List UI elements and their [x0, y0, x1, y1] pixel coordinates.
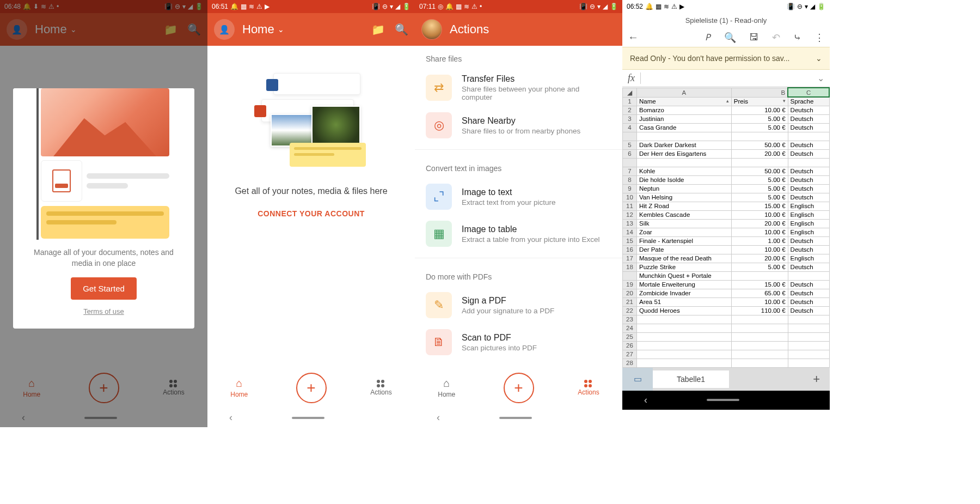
nav-home[interactable]: Home — [230, 377, 248, 398]
clock: 06:51 — [212, 3, 228, 10]
action-image-to-text[interactable]: ⌞⌝ Image to textExtract text from your p… — [415, 178, 622, 215]
status-bar: 06:52 🔔 ▦ ≋ ⚠ ▶ 📳 ⊖ ▾ ◢ 🔋 — [622, 0, 830, 13]
table-row[interactable]: 4Casa Grande5.00 €Deutsch — [623, 123, 830, 132]
avatar[interactable] — [421, 19, 442, 40]
col-header-b[interactable]: B — [731, 88, 788, 97]
clock: 07:11 — [419, 3, 436, 10]
folder-icon[interactable]: 📁 — [371, 23, 385, 36]
action-scan-pdf[interactable]: 🗎 Scan to PDFScan pictures into PDF — [415, 324, 622, 361]
table-row[interactable]: 2Bomarzo10.00 €Deutsch — [623, 106, 830, 114]
find-icon[interactable]: 🔍 — [724, 32, 736, 44]
modal-description: Manage all of your documents, notes and … — [13, 240, 194, 277]
table-row[interactable]: 14Zoar10.00 €Englisch — [623, 228, 830, 236]
filter-icon[interactable]: ▴ — [726, 98, 729, 104]
vibrate-icon: 📳 — [372, 3, 380, 10]
table-row[interactable]: 13Silk20.00 €Englisch — [623, 219, 830, 228]
share-icon[interactable]: ⤷ — [793, 32, 801, 44]
photo-food — [311, 106, 360, 144]
app-bar: 👤 Home⌄ 📁 🔍 — [207, 13, 415, 46]
dnd-icon: ⊖ — [797, 3, 803, 10]
nav-home[interactable]: Home — [438, 377, 455, 398]
sheet-tab-tabelle1[interactable]: Tabelle1 — [653, 371, 729, 388]
table-row[interactable]: 18Puzzle Strike5.00 €Deutsch — [623, 263, 830, 271]
vibrate-icon: 📳 — [787, 3, 795, 10]
col-header-a[interactable]: A — [636, 88, 731, 97]
table-row[interactable]: 25 — [623, 332, 830, 341]
get-started-button[interactable]: Get Started — [71, 277, 137, 300]
back-icon[interactable]: ← — [628, 31, 639, 43]
fab-new[interactable]: + — [504, 373, 534, 403]
table-row[interactable]: Munchkin Quest + Portale — [623, 271, 830, 280]
save-icon[interactable]: 🖫 — [749, 32, 759, 44]
readonly-banner[interactable]: Read Only - You don't have permission to… — [622, 47, 830, 70]
table-row[interactable]: 20Zombicide Invader65.00 €Deutsch — [623, 289, 830, 297]
back-button[interactable]: ‹ — [229, 412, 232, 423]
nav-actions[interactable]: Actions — [578, 380, 599, 396]
table-row[interactable]: 26 — [623, 341, 830, 350]
home-pill[interactable] — [707, 399, 739, 401]
chevron-down-icon[interactable]: ⌄ — [812, 73, 830, 83]
table-row[interactable]: 15Finale - Kartenspiel1.00 €Deutsch — [623, 236, 830, 245]
table-row[interactable]: 17Masque of the read Death20.00 €Englisc… — [623, 254, 830, 263]
table-row[interactable] — [623, 132, 830, 141]
table-row[interactable]: 3Justinian5.00 €Deutsch — [623, 114, 830, 123]
spreadsheet-grid[interactable]: ◢ A B C 1 Name▴ Preis▾ Sprache 2Bomarzo1… — [622, 87, 830, 368]
wifi-icon: ▾ — [597, 3, 601, 10]
plus-icon: + — [307, 379, 315, 397]
table-row[interactable]: 9Neptun5.00 €Deutsch — [623, 184, 830, 193]
table-row[interactable]: 23 — [623, 315, 830, 324]
table-row[interactable]: 5Dark Darker Darkest50.00 €Deutsch — [623, 141, 830, 149]
nav-actions[interactable]: Actions — [370, 380, 391, 396]
col-header-c-selected[interactable]: C — [788, 88, 829, 97]
fx-label: fx — [622, 72, 641, 84]
header-row[interactable]: 1 Name▴ Preis▾ Sprache — [623, 97, 830, 106]
table-row[interactable]: 28 — [623, 359, 830, 367]
table-row[interactable]: 16Der Pate10.00 €Deutsch — [623, 245, 830, 254]
action-share-nearby[interactable]: ◎ Share NearbyShare files to or from nea… — [415, 107, 622, 144]
app-icon: ▦ — [656, 3, 661, 10]
formula-bar[interactable]: fx ⌄ — [622, 70, 830, 87]
back-button[interactable]: ‹ — [437, 412, 440, 423]
table-row[interactable]: 22Quodd Heroes110.00 €Deutsch — [623, 306, 830, 315]
terms-link[interactable]: Terms of use — [13, 307, 194, 315]
undo-icon[interactable]: ↶ — [772, 32, 780, 44]
media-illustration — [252, 73, 371, 171]
filter-icon[interactable]: ▾ — [783, 98, 786, 104]
action-image-to-table[interactable]: ▦ Image to tableExtract a table from you… — [415, 215, 622, 252]
page-title-dropdown[interactable]: Home⌄ — [242, 22, 371, 37]
home-pill[interactable] — [292, 417, 324, 419]
add-sheet-button[interactable]: + — [803, 372, 830, 386]
select-all-corner[interactable]: ◢ — [623, 88, 637, 97]
table-row[interactable]: 19Mortale Erweiterung15.00 €Deutsch — [623, 280, 830, 289]
table-row[interactable]: 27 — [623, 350, 830, 359]
action-sign-pdf[interactable]: ✎ Sign a PDFAdd your signature to a PDF — [415, 287, 622, 324]
home-icon — [236, 377, 242, 390]
table-row[interactable]: 24 — [623, 324, 830, 332]
avatar[interactable]: 👤 — [214, 19, 235, 40]
fab-new[interactable]: + — [296, 373, 327, 403]
back-button[interactable]: ‹ — [644, 394, 647, 406]
table-row[interactable]: 11Hit Z Road15.00 €Englisch — [623, 202, 830, 210]
home-pill[interactable] — [499, 417, 532, 419]
table-row[interactable]: 7Kohle50.00 €Deutsch — [623, 167, 830, 175]
search-icon[interactable]: 🔍 — [395, 23, 408, 36]
person-icon: 👤 — [219, 25, 230, 35]
more-icon[interactable]: ⋮ — [814, 32, 824, 44]
screen-2-home-connect: 06:51 🔔 ▦ ≋ ⚠ ▶ 📳 ⊖ ▾ ◢ 🔋 👤 Home⌄ 📁 🔍 — [207, 0, 415, 427]
wifi-weak-icon: ≋ — [249, 3, 254, 10]
table-row[interactable]: 12Kembles Cascade10.00 €Englisch — [623, 210, 830, 219]
table-row[interactable]: 6Der Herr des Eisgartens20.00 €Deutsch — [623, 149, 830, 158]
home-icon — [443, 377, 450, 390]
get-started-modal: Manage all of your documents, notes and … — [13, 88, 194, 329]
draw-icon[interactable]: 𝘗 — [706, 32, 711, 44]
wifi-icon: ▾ — [390, 3, 393, 10]
table-row[interactable]: 8Die holde Isolde5.00 €Deutsch — [623, 175, 830, 184]
screen-4-excel: 06:52 🔔 ▦ ≋ ⚠ ▶ 📳 ⊖ ▾ ◢ 🔋 Spieleliste (1… — [622, 0, 830, 427]
table-row[interactable]: 21Area 5110.00 €Deutsch — [623, 297, 830, 306]
table-row[interactable] — [623, 158, 830, 167]
table-row[interactable]: 10Van Helsing5.00 €Deutsch — [623, 193, 830, 202]
sheet-view-button[interactable]: ▭ — [622, 368, 653, 391]
signal-icon: ◢ — [603, 3, 608, 10]
connect-account-link[interactable]: CONNECT YOUR ACCOUNT — [258, 209, 365, 218]
action-transfer-files[interactable]: ⇄ Transfer FilesShare files between your… — [415, 69, 622, 107]
